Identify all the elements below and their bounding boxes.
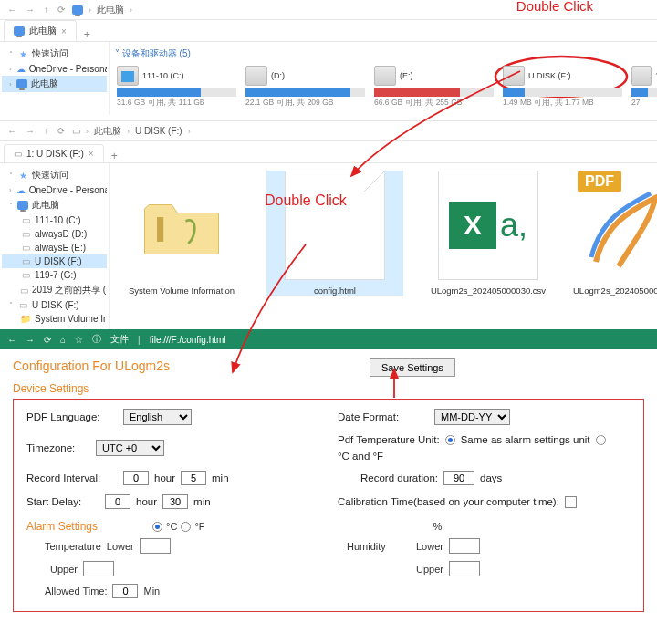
hum-upper-input[interactable] <box>449 561 480 576</box>
usb-drive-icon <box>503 66 525 86</box>
sidebar-nav: ˅快速访问 ›OneDrive - Persona ˅此电脑 111-10 (C… <box>0 163 110 329</box>
nav-refresh-icon[interactable]: ⟳ <box>56 126 67 136</box>
browser-toolbar: ← → ⟳ ⌂ ☆ ⓘ 文件 | file:///F:/config.html <box>0 329 657 349</box>
start-delay-label: Start Delay: <box>26 496 99 507</box>
file-svi-folder[interactable]: System Volume Information <box>113 171 250 296</box>
file-csv[interactable]: Xa, ULogm2s_202405000030.csv <box>420 171 557 296</box>
sidebar-this-pc[interactable]: ›此电脑 <box>2 76 107 92</box>
nav-back-icon[interactable]: ← <box>5 5 18 15</box>
drives-header[interactable]: ˅ 设备和驱动器 (5) <box>115 47 657 60</box>
file-label: config.html <box>266 286 403 296</box>
svg-rect-1 <box>157 217 163 242</box>
sidebar-onedrive[interactable]: ›OneDrive - Persona <box>2 183 107 197</box>
home-icon[interactable]: ⌂ <box>60 335 66 345</box>
temp-unit-label: Pdf Temperature Unit: <box>338 434 440 445</box>
info-icon[interactable]: ⓘ <box>92 333 101 346</box>
page-title: Configuration For ULogm2s <box>13 358 644 373</box>
drive-icon <box>374 66 396 86</box>
nav-back-icon[interactable]: ← <box>7 335 16 345</box>
tab-close-icon[interactable]: × <box>61 26 67 36</box>
new-tab-button[interactable]: + <box>78 28 96 41</box>
drive-c[interactable]: 111-10 (C:) 31.6 GB 可用, 共 111 GB <box>115 64 238 110</box>
sidebar-udisk-root[interactable]: ˅U DISK (F:) <box>2 298 107 312</box>
record-duration-row: Record duration: days <box>338 471 631 485</box>
record-interval-row: Record Interval: hour min <box>26 471 319 485</box>
calibration-label: Calibration Time(based on your computer … <box>338 496 559 507</box>
sidebar-quick-access[interactable]: ˅快速访问 <box>2 46 107 62</box>
timezone-label: Timezone: <box>26 442 90 453</box>
record-interval-hour-input[interactable] <box>123 471 149 485</box>
drive-partial[interactable]: 11 27. <box>630 64 657 110</box>
record-duration-label: Record duration: <box>338 473 438 483</box>
calibration-row: Calibration Time(based on your computer … <box>338 494 631 509</box>
sidebar-drive-f[interactable]: U DISK (F:) <box>2 254 107 268</box>
nav-up-icon[interactable]: ↑ <box>42 126 50 136</box>
star-icon[interactable]: ☆ <box>75 335 83 345</box>
pdf-file-icon: PDF <box>578 171 657 280</box>
timezone-row: Timezone: UTC +0 <box>26 434 319 462</box>
breadcrumb-pc[interactable]: 此电脑 <box>97 4 124 16</box>
alarm-unit-c-radio[interactable] <box>152 522 162 532</box>
temp-unit-row: Pdf Temperature Unit: Same as alarm sett… <box>338 434 631 462</box>
start-delay-min-input[interactable] <box>162 494 188 509</box>
drive-e[interactable]: (E:) 66.6 GB 可用, 共 255 GB <box>372 64 495 110</box>
breadcrumb-udisk[interactable]: U DISK (F:) <box>135 126 182 136</box>
drive-d[interactable]: (D:) 22.1 GB 可用, 共 209 GB <box>244 64 367 110</box>
sidebar-quick-access[interactable]: ˅快速访问 <box>2 167 107 183</box>
tab-close-icon[interactable]: × <box>89 149 94 159</box>
temp-unit-radio-same[interactable] <box>445 435 455 445</box>
breadcrumb-pc[interactable]: 此电脑 <box>94 125 121 138</box>
humidity-label: Humidity <box>347 541 411 552</box>
tab-this-pc[interactable]: 此电脑 × <box>4 20 77 41</box>
sidebar-drive-d[interactable]: alwaysD (D:) <box>2 227 107 241</box>
sidebar-share[interactable]: 2019 之前的共享 ( <box>2 282 107 298</box>
sidebar-drive-g[interactable]: 119-7 (G:) <box>2 268 107 282</box>
nav-back-icon[interactable]: ← <box>5 126 18 136</box>
pdf-language-select[interactable]: English <box>123 409 192 425</box>
tab-strip: 此电脑 × + <box>0 20 657 42</box>
calibration-checkbox[interactable] <box>565 496 577 508</box>
annotation-double-click: Double Click <box>265 192 347 209</box>
nav-refresh-icon[interactable]: ⟳ <box>44 335 51 345</box>
timezone-select[interactable]: UTC +0 <box>96 440 164 456</box>
date-format-row: Date Format: MM-DD-YY <box>338 409 631 425</box>
sidebar-nav: ˅快速访问 ›OneDrive - Persona ›此电脑 <box>0 42 110 115</box>
temp-lower-input[interactable] <box>140 538 171 554</box>
sidebar-drive-c[interactable]: 111-10 (C:) <box>2 213 107 227</box>
alarm-unit-f-radio[interactable] <box>181 522 191 532</box>
settings-highlight-box: PDF Language: English Date Format: MM-DD… <box>13 399 644 612</box>
temp-unit-radio-both[interactable] <box>596 435 606 445</box>
temp-upper-input[interactable] <box>83 561 114 576</box>
allowed-time-input[interactable] <box>112 584 138 598</box>
chevron-icon: › <box>89 5 91 15</box>
file-config-html[interactable]: config.html <box>266 171 403 296</box>
start-delay-row: Start Delay: hour min <box>26 494 319 509</box>
nav-up-icon[interactable]: ↑ <box>42 5 50 15</box>
nav-refresh-icon[interactable]: ⟳ <box>56 5 67 15</box>
date-format-select[interactable]: MM-DD-YY <box>434 409 510 425</box>
temp-unit-opt1: Same as alarm settings unit <box>461 434 590 445</box>
start-delay-hour-input[interactable] <box>105 494 130 509</box>
save-settings-button[interactable]: Save Settings <box>370 358 455 377</box>
temperature-label: Temperature <box>45 541 101 552</box>
sidebar-svi[interactable]: System Volume Inf <box>2 312 107 326</box>
hum-lower-input[interactable] <box>449 538 480 554</box>
record-duration-input[interactable] <box>443 471 474 485</box>
nav-fwd-icon[interactable]: → <box>24 5 36 15</box>
sidebar-onedrive[interactable]: ›OneDrive - Persona <box>2 62 107 76</box>
tab-udisk[interactable]: ▭ 1: U DISK (F:) × <box>4 144 104 162</box>
drive-f-udisk[interactable]: U DISK (F:) 1.49 MB 可用, 共 1.77 MB <box>501 64 624 110</box>
nav-fwd-icon[interactable]: → <box>24 126 36 136</box>
files-area: System Volume Information config.html Xa… <box>110 163 657 329</box>
drive-icon <box>245 66 267 86</box>
alarm-settings-header: Alarm Settings <box>26 520 98 533</box>
sidebar-drive-e[interactable]: alwaysE (E:) <box>2 241 107 254</box>
nav-fwd-icon[interactable]: → <box>26 335 35 345</box>
csv-file-icon: Xa, <box>438 171 538 280</box>
url-text[interactable]: file:///F:/config.html <box>150 335 226 345</box>
new-tab-button[interactable]: + <box>106 150 123 162</box>
drive-icon <box>631 66 652 86</box>
sidebar-this-pc[interactable]: ˅此电脑 <box>2 197 107 213</box>
file-pdf[interactable]: PDF ULogm2s_202405000030.pdf <box>573 171 657 296</box>
record-interval-min-input[interactable] <box>181 471 206 485</box>
